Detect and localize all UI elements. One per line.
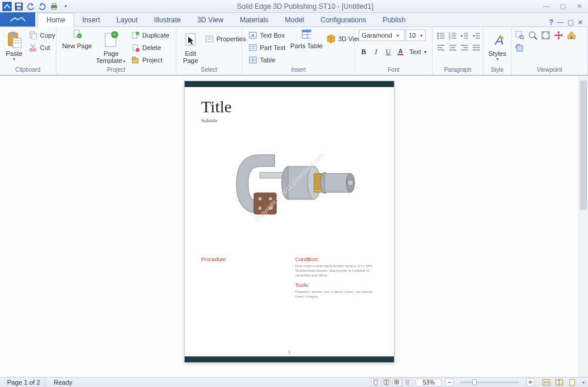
document-canvas[interactable]: Title Subtitle Copyright © 2011 Download… xyxy=(0,76,579,377)
zoom-icon[interactable] xyxy=(528,31,537,40)
svg-rect-112 xyxy=(386,380,389,385)
status-options-dropdown[interactable]: ▼ xyxy=(582,381,586,385)
cut-button[interactable]: Cut xyxy=(26,42,58,54)
svg-rect-81 xyxy=(516,31,522,37)
pan-icon[interactable] xyxy=(554,31,563,40)
mdi-minimize-icon[interactable]: — xyxy=(557,18,564,26)
svg-point-92 xyxy=(258,206,262,210)
zoom-in-button[interactable]: + xyxy=(526,378,534,386)
svg-rect-13 xyxy=(32,34,36,39)
tab-3d-view[interactable]: 3D View xyxy=(189,14,231,26)
tab-home[interactable]: Home xyxy=(38,13,74,27)
styles-button[interactable]: A Styles▼ xyxy=(487,29,508,62)
font-family-combo[interactable]: Garamond▼ xyxy=(359,29,405,41)
parttext-button[interactable]: Part Text xyxy=(246,42,288,54)
close-button[interactable]: ✕ xyxy=(573,2,586,10)
zoom-value[interactable]: 53% xyxy=(416,379,442,386)
document-title[interactable]: Title xyxy=(201,98,377,116)
qat-dropdown-icon[interactable]: ▼ xyxy=(61,2,71,11)
fit-page-icon[interactable] xyxy=(567,378,577,387)
duplicate-button[interactable]: +Duplicate xyxy=(128,29,172,41)
svg-rect-122 xyxy=(570,379,574,385)
tab-configurations[interactable]: Configurations xyxy=(312,14,374,26)
ribbon: Paste ▼ Copy Cut Clipboard + New Page + … xyxy=(0,27,588,75)
italic-button[interactable]: I xyxy=(371,46,381,57)
copy-button[interactable]: Copy xyxy=(26,29,58,41)
save-icon[interactable] xyxy=(14,2,24,11)
table-icon xyxy=(248,55,258,65)
zoom-slider[interactable] xyxy=(460,381,519,383)
zoom-area-icon[interactable] xyxy=(515,31,524,40)
view-outline-icon[interactable] xyxy=(403,378,412,386)
zoom-out-button[interactable]: − xyxy=(445,378,453,386)
align-center-button[interactable] xyxy=(448,44,457,52)
tab-illustrate[interactable]: Illustrate xyxy=(146,14,189,26)
text-dropdown[interactable]: Text ▼ xyxy=(408,46,429,58)
model-view[interactable]: Copyright © 2011 Download.com xyxy=(201,128,377,246)
rotate-view-icon[interactable] xyxy=(515,44,524,53)
tab-publish[interactable]: Publish xyxy=(375,14,414,26)
textbox-button[interactable]: AText Box xyxy=(246,29,288,41)
svg-text:3: 3 xyxy=(449,36,450,39)
view-single-icon[interactable] xyxy=(371,378,380,386)
align-right-button[interactable] xyxy=(460,44,469,52)
tools-heading[interactable]: Tools: xyxy=(295,282,377,288)
paste-button[interactable]: Paste ▼ xyxy=(4,29,25,62)
vertical-scrollbar[interactable] xyxy=(579,76,588,377)
font-size-combo[interactable]: 10▼ xyxy=(406,29,426,41)
fit-height-icon[interactable] xyxy=(554,378,564,387)
delete-button[interactable]: Delete xyxy=(128,42,172,54)
numbering-button[interactable]: 123 xyxy=(448,32,457,40)
align-left-button[interactable] xyxy=(436,44,446,52)
project-icon xyxy=(131,55,140,65)
table-button[interactable]: Table xyxy=(246,54,288,66)
bullets-button[interactable] xyxy=(436,32,446,40)
status-page[interactable]: Page 1 of 2 xyxy=(2,378,45,387)
svg-point-91 xyxy=(269,197,272,201)
condition-text[interactable]: Duis a ipsum quis ligula tempor tempus a… xyxy=(295,263,377,278)
condition-heading[interactable]: Condition: xyxy=(295,256,377,262)
tab-layout[interactable]: Layout xyxy=(108,14,146,26)
properties-button[interactable]: Properties xyxy=(202,33,248,45)
quick-access-toolbar: ▼ xyxy=(2,2,71,11)
tab-insert[interactable]: Insert xyxy=(74,14,108,26)
svg-rect-111 xyxy=(384,380,386,385)
maximize-button[interactable]: ▢ xyxy=(556,2,569,10)
tab-materials[interactable]: Materials xyxy=(232,14,277,26)
underline-button[interactable]: U xyxy=(383,46,393,57)
cube-icon xyxy=(326,34,336,44)
view-grid-icon[interactable] xyxy=(392,378,402,386)
tools-text[interactable]: Praesent, laoreet, orci in lacus, lorem,… xyxy=(295,289,377,299)
mdi-close-icon[interactable]: ✕ xyxy=(577,18,583,26)
app-icon[interactable] xyxy=(2,2,12,11)
edit-page-button[interactable]: EditPage xyxy=(180,29,201,65)
help-icon[interactable]: ? xyxy=(549,18,553,26)
svg-rect-49 xyxy=(397,54,403,55)
project-button[interactable]: Project xyxy=(128,54,172,66)
scrollbar-thumb[interactable] xyxy=(580,81,587,210)
svg-rect-87 xyxy=(570,36,573,39)
tab-model[interactable]: Model xyxy=(277,14,313,26)
home-view-icon[interactable] xyxy=(567,31,576,40)
print-icon[interactable] xyxy=(49,2,59,11)
page-template-button[interactable]: + PageTemplate▼ xyxy=(95,29,127,66)
document-subtitle[interactable]: Subtitle xyxy=(201,118,377,124)
application-menu-button[interactable] xyxy=(0,12,35,26)
zoom-slider-knob[interactable] xyxy=(472,379,477,385)
undo-icon[interactable] xyxy=(26,2,35,11)
new-page-button[interactable]: + New Page xyxy=(60,29,94,49)
font-color-button[interactable]: A xyxy=(396,46,406,57)
indent-button[interactable] xyxy=(472,32,481,40)
fit-width-icon[interactable] xyxy=(542,378,551,387)
align-justify-button[interactable] xyxy=(472,44,481,52)
page[interactable]: Title Subtitle Copyright © 2011 Download… xyxy=(184,81,395,363)
mdi-restore-icon[interactable]: ▢ xyxy=(567,18,574,26)
bold-button[interactable]: B xyxy=(359,46,369,57)
outdent-button[interactable] xyxy=(460,32,469,40)
redo-icon[interactable] xyxy=(38,2,47,11)
procedure-heading[interactable]: Procedure: xyxy=(201,256,283,262)
fit-icon[interactable] xyxy=(541,31,550,40)
partstable-button[interactable]: Parts Table xyxy=(292,29,320,49)
minimize-button[interactable]: — xyxy=(540,2,553,10)
view-two-icon[interactable] xyxy=(382,378,391,386)
